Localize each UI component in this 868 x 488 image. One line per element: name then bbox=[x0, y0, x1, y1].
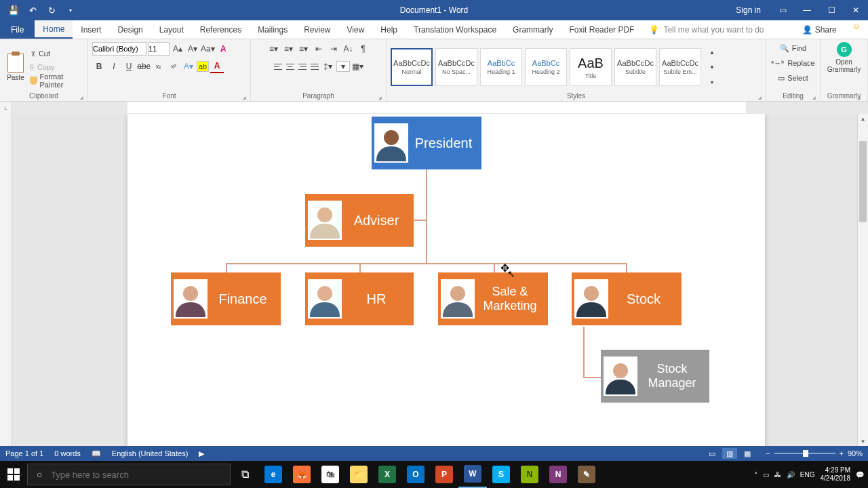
zoom-out-icon[interactable]: − bbox=[766, 449, 770, 458]
page-canvas[interactable]: President Adviser Finance HR Sale & Mark… bbox=[12, 114, 857, 446]
sort-icon[interactable]: A↓ bbox=[342, 42, 355, 56]
tab-file[interactable]: File bbox=[0, 20, 35, 39]
tab-translation-workspace[interactable]: Translation Workspace bbox=[406, 20, 505, 39]
grow-font-icon[interactable]: A▴ bbox=[171, 42, 184, 56]
clear-format-icon[interactable]: A̷ bbox=[216, 42, 230, 56]
org-node-adviser[interactable]: Adviser bbox=[305, 194, 414, 247]
styles-more-icon[interactable]: ▾ bbox=[705, 75, 719, 89]
tab-review[interactable]: Review bbox=[296, 20, 338, 39]
tab-help[interactable]: Help bbox=[372, 20, 406, 39]
shading-icon[interactable]: ▾ bbox=[336, 61, 350, 72]
styles-scroll-up-icon[interactable]: ▲ bbox=[705, 45, 719, 59]
zoom-level[interactable]: 90% bbox=[848, 449, 863, 458]
taskbar-app-notepadpp[interactable]: N bbox=[515, 461, 544, 488]
task-view-icon[interactable]: ⧉ bbox=[231, 461, 259, 488]
italic-icon[interactable]: I bbox=[107, 60, 121, 73]
taskbar-app-powerpoint[interactable]: P bbox=[430, 461, 458, 488]
tab-foxit[interactable]: Foxit Reader PDF bbox=[561, 20, 642, 39]
align-left-icon[interactable] bbox=[273, 62, 283, 71]
align-center-icon[interactable] bbox=[285, 62, 296, 71]
change-case-icon[interactable]: Aa▾ bbox=[201, 42, 215, 56]
style-box[interactable]: AaBbCcHeading 1 bbox=[480, 48, 522, 86]
web-layout-icon[interactable]: ▦ bbox=[740, 448, 755, 459]
vertical-scrollbar[interactable]: ▲ ▼ bbox=[857, 114, 868, 446]
ruler[interactable]: L bbox=[0, 102, 868, 114]
tab-insert[interactable]: Insert bbox=[73, 20, 109, 39]
find-button[interactable]: 🔍Find bbox=[780, 42, 806, 54]
tray-network-icon[interactable]: 🖧 bbox=[774, 471, 781, 479]
taskbar-app-edge[interactable]: e bbox=[259, 461, 288, 488]
taskbar-app-word[interactable]: W bbox=[458, 461, 487, 488]
copy-button[interactable]: ⎘Copy bbox=[30, 61, 83, 73]
start-button[interactable] bbox=[0, 461, 27, 488]
bullets-icon[interactable]: ≡▾ bbox=[267, 42, 281, 56]
org-node-sales[interactable]: Sale & Marketing bbox=[438, 272, 548, 325]
style-box[interactable]: AaBbCcDcSubtle Em... bbox=[659, 48, 701, 86]
tray-volume-icon[interactable]: 🔊 bbox=[787, 471, 795, 479]
styles-gallery[interactable]: AaBbCcDcNormalAaBbCcDcNo Spac...AaBbCcHe… bbox=[391, 48, 701, 86]
tab-references[interactable]: References bbox=[192, 20, 250, 39]
font-size-select[interactable] bbox=[148, 42, 170, 56]
org-node-stock[interactable]: Stock bbox=[572, 272, 682, 325]
save-icon[interactable]: 💾 bbox=[5, 2, 22, 18]
numbering-icon[interactable]: ≡▾ bbox=[282, 42, 296, 56]
cut-button[interactable]: ✂Cut bbox=[30, 47, 83, 60]
tab-layout[interactable]: Layout bbox=[151, 20, 192, 39]
styles-scroll-down-icon[interactable]: ▼ bbox=[705, 60, 719, 74]
decrease-indent-icon[interactable]: ⇤ bbox=[312, 42, 326, 56]
tab-view[interactable]: View bbox=[339, 20, 373, 39]
status-language[interactable]: English (United States) bbox=[112, 449, 189, 458]
zoom-in-icon[interactable]: + bbox=[840, 449, 844, 458]
font-family-select[interactable] bbox=[92, 42, 146, 56]
increase-indent-icon[interactable]: ⇥ bbox=[327, 42, 340, 56]
taskbar-app-excel[interactable]: X bbox=[373, 461, 401, 488]
taskbar-app-outlook[interactable]: O bbox=[401, 461, 430, 488]
superscript-icon[interactable]: x² bbox=[167, 60, 180, 73]
style-box[interactable]: AaBbCcDcNormal bbox=[391, 48, 433, 86]
paste-button[interactable]: Paste bbox=[4, 54, 27, 81]
tray-language[interactable]: ENG bbox=[800, 471, 815, 479]
bold-icon[interactable]: B bbox=[92, 60, 106, 73]
text-effects-icon[interactable]: A▾ bbox=[182, 60, 195, 73]
replace-button[interactable]: ᵃ↔ᵇReplace bbox=[771, 57, 814, 69]
maximize-icon[interactable]: ☐ bbox=[819, 0, 844, 20]
org-node-stock-manager[interactable]: Stock Manager bbox=[601, 350, 709, 403]
tab-selector-icon[interactable]: L bbox=[0, 102, 12, 114]
underline-icon[interactable]: U bbox=[122, 60, 136, 73]
print-layout-icon[interactable]: ▥ bbox=[722, 448, 737, 459]
justify-icon[interactable] bbox=[309, 62, 320, 71]
line-spacing-icon[interactable]: ‡▾ bbox=[321, 60, 335, 73]
org-node-president[interactable]: President bbox=[372, 117, 481, 169]
borders-icon[interactable]: ▦▾ bbox=[351, 60, 365, 73]
subscript-icon[interactable]: x₂ bbox=[152, 60, 165, 73]
tab-grammarly[interactable]: Grammarly bbox=[505, 20, 561, 39]
taskbar-search-input[interactable] bbox=[51, 470, 230, 480]
align-right-icon[interactable] bbox=[297, 62, 308, 71]
close-icon[interactable]: ✕ bbox=[844, 0, 868, 20]
org-node-hr[interactable]: HR bbox=[305, 272, 414, 325]
scroll-down-icon[interactable]: ▼ bbox=[858, 436, 868, 446]
tab-home[interactable]: Home bbox=[35, 20, 73, 39]
read-mode-icon[interactable]: ▭ bbox=[705, 448, 719, 459]
taskbar-search[interactable]: ○ bbox=[27, 464, 231, 485]
taskbar-app-skype[interactable]: S bbox=[487, 461, 515, 488]
macro-icon[interactable]: ▶ bbox=[199, 449, 204, 458]
org-node-finance[interactable]: Finance bbox=[171, 272, 281, 325]
qat-customize-icon[interactable]: ▾ bbox=[62, 2, 79, 18]
redo-icon[interactable]: ↻ bbox=[43, 2, 60, 18]
grammarly-icon[interactable]: G bbox=[837, 42, 852, 57]
action-center-icon[interactable]: 💬 bbox=[856, 471, 864, 479]
share-button[interactable]: 👤 Share bbox=[794, 20, 845, 39]
tab-design[interactable]: Design bbox=[109, 20, 151, 39]
tray-touchpad-icon[interactable]: ▭ bbox=[763, 471, 769, 479]
scroll-thumb[interactable] bbox=[859, 141, 867, 222]
show-marks-icon[interactable]: ¶ bbox=[357, 42, 370, 56]
vertical-ruler[interactable] bbox=[0, 114, 12, 446]
style-box[interactable]: AaBbCcDcSubtitle bbox=[614, 48, 656, 86]
org-chart[interactable]: President Adviser Finance HR Sale & Mark… bbox=[127, 114, 765, 446]
taskbar-app-onenote[interactable]: N bbox=[544, 461, 572, 488]
taskbar-app-firefox[interactable]: 🦊 bbox=[288, 461, 316, 488]
signin-link[interactable]: Sign in bbox=[726, 5, 770, 15]
font-color-icon[interactable]: A bbox=[210, 60, 224, 73]
multilevel-icon[interactable]: ≡▾ bbox=[297, 42, 311, 56]
